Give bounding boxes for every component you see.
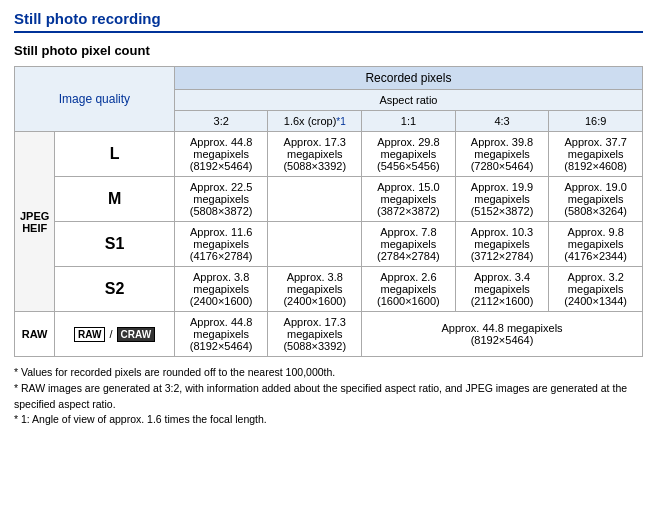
table-row: S2 Approx. 3.8megapixels(2400×1600) Appr… <box>15 267 643 312</box>
cell-m-169: Approx. 19.0megapixels(5808×3264) <box>549 177 643 222</box>
cell-l-32: Approx. 44.8megapixels(8192×5464) <box>174 132 268 177</box>
section-title: Still photo pixel count <box>14 43 643 58</box>
raw-badge-cell: RAW / CRAW <box>55 312 175 357</box>
image-quality-header: Image quality <box>15 67 175 132</box>
aspect-43: 4:3 <box>455 111 549 132</box>
cell-s2-169: Approx. 3.2megapixels(2400×1344) <box>549 267 643 312</box>
quality-s2: S2 <box>55 267 175 312</box>
cell-raw-32: Approx. 44.8megapixels(8192×5464) <box>174 312 268 357</box>
quality-s1: S1 <box>55 222 175 267</box>
page-title: Still photo recording <box>14 10 643 33</box>
cell-m-16crop <box>268 177 362 222</box>
craw-badge: CRAW <box>117 327 156 342</box>
recorded-pixels-header: Recorded pixels <box>174 67 642 90</box>
quality-m: M <box>55 177 175 222</box>
cell-s2-16crop: Approx. 3.8megapixels(2400×1600) <box>268 267 362 312</box>
table-row: M Approx. 22.5megapixels(5808×3872) Appr… <box>15 177 643 222</box>
cell-m-11: Approx. 15.0megapixels(3872×3872) <box>362 177 456 222</box>
table-row: JPEGHEIF L Approx. 44.8megapixels(8192×5… <box>15 132 643 177</box>
raw-badge: RAW <box>74 327 105 342</box>
aspect-11: 1:1 <box>362 111 456 132</box>
cell-s1-11: Approx. 7.8megapixels(2784×2784) <box>362 222 456 267</box>
raw-group-label: RAW <box>15 312 55 357</box>
cell-l-16crop: Approx. 17.3megapixels(5088×3392) <box>268 132 362 177</box>
cell-raw-merged: Approx. 44.8 megapixels(8192×5464) <box>362 312 643 357</box>
cell-s2-11: Approx. 2.6megapixels(1600×1600) <box>362 267 456 312</box>
cell-l-11: Approx. 29.8megapixels(5456×5456) <box>362 132 456 177</box>
cell-m-43: Approx. 19.9megapixels(5152×3872) <box>455 177 549 222</box>
cell-s1-16crop <box>268 222 362 267</box>
cell-s2-43: Approx. 3.4megapixels(2112×1600) <box>455 267 549 312</box>
cell-l-169: Approx. 37.7megapixels(8192×4608) <box>549 132 643 177</box>
cell-m-32: Approx. 22.5megapixels(5808×3872) <box>174 177 268 222</box>
aspect-ratio-header: Aspect ratio <box>174 90 642 111</box>
footnotes: * Values for recorded pixels are rounded… <box>14 365 643 428</box>
footnote-3: * 1: Angle of view of approx. 1.6 times … <box>14 412 643 428</box>
pixel-count-table: Image quality Recorded pixels Aspect rat… <box>14 66 643 357</box>
footnote-2: * RAW images are generated at 3:2, with … <box>14 381 643 413</box>
cell-s1-32: Approx. 11.6megapixels(4176×2784) <box>174 222 268 267</box>
aspect-16crop: 1.6x (crop)*1 <box>268 111 362 132</box>
aspect-169: 16:9 <box>549 111 643 132</box>
cell-s1-43: Approx. 10.3megapixels(3712×2784) <box>455 222 549 267</box>
jpeg-heif-label: JPEGHEIF <box>15 132 55 312</box>
quality-l: L <box>55 132 175 177</box>
table-row: RAW RAW / CRAW Approx. 44.8megapixels(81… <box>15 312 643 357</box>
cell-raw-16crop: Approx. 17.3megapixels(5088×3392) <box>268 312 362 357</box>
cell-l-43: Approx. 39.8megapixels(7280×5464) <box>455 132 549 177</box>
cell-s2-32: Approx. 3.8megapixels(2400×1600) <box>174 267 268 312</box>
footnote-1: * Values for recorded pixels are rounded… <box>14 365 643 381</box>
table-row: S1 Approx. 11.6megapixels(4176×2784) App… <box>15 222 643 267</box>
cell-s1-169: Approx. 9.8megapixels(4176×2344) <box>549 222 643 267</box>
aspect-32: 3:2 <box>174 111 268 132</box>
